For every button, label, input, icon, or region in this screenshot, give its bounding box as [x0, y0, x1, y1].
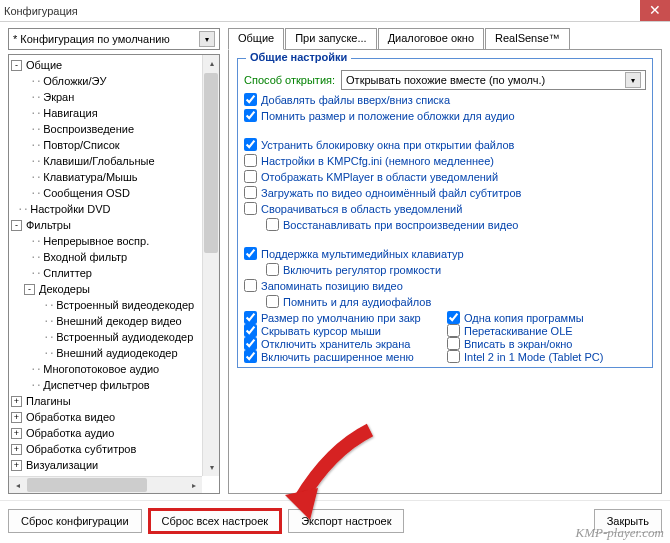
config-selector[interactable]: * Конфигурация по умолчанию ▾ [8, 28, 220, 50]
tree-toggle-icon[interactable]: + [11, 460, 22, 471]
option-label[interactable]: Добавлять файлы вверх/вниз списка [261, 94, 450, 106]
scroll-down-icon[interactable]: ▾ [203, 459, 220, 476]
tree-item[interactable]: ··Экран [11, 89, 217, 105]
tree-item[interactable]: ··Непрерывное воспр. [11, 233, 217, 249]
checkbox[interactable] [447, 324, 460, 337]
option-label[interactable]: Восстанавливать при воспроизведении виде… [283, 219, 518, 231]
option-label[interactable]: Перетаскивание OLE [464, 325, 573, 337]
reset-config-button[interactable]: Сброс конфигурации [8, 509, 142, 533]
tree-item[interactable]: ··Настройки DVD [11, 201, 217, 217]
tree-item[interactable]: +Плагины [11, 393, 217, 409]
open-method-select[interactable]: Открывать похожие вместе (по умолч.) ▾ [341, 70, 646, 90]
checkbox[interactable] [244, 247, 257, 260]
tree-item[interactable]: ··Клавиатура/Мышь [11, 169, 217, 185]
tree-toggle-icon[interactable]: - [11, 220, 22, 231]
tree-item[interactable]: -Общие [11, 57, 217, 73]
tree-item[interactable]: ··Внешний аудиодекодер [11, 345, 217, 361]
checkbox[interactable] [244, 337, 257, 350]
checkbox[interactable] [244, 138, 257, 151]
option-label[interactable]: Включить расширенное меню [261, 351, 414, 363]
checkbox[interactable] [447, 350, 460, 363]
checkbox[interactable] [447, 311, 460, 324]
scroll-thumb-v[interactable] [204, 73, 218, 253]
tree-item[interactable]: ··Клавиши/Глобальные [11, 153, 217, 169]
checkbox[interactable] [244, 279, 257, 292]
tree-item[interactable]: ··Сообщения OSD [11, 185, 217, 201]
option-label[interactable]: Размер по умолчанию при закр [261, 312, 421, 324]
tree-item[interactable]: ··Повтор/Список [11, 137, 217, 153]
tree-toggle-icon[interactable]: - [11, 60, 22, 71]
tab[interactable]: При запуске... [285, 28, 376, 49]
tree[interactable]: -Общие··Обложки/ЭУ··Экран··Навигация··Во… [9, 55, 219, 475]
option-label[interactable]: Вписать в экран/окно [464, 338, 572, 350]
tree-toggle-icon[interactable]: + [11, 412, 22, 423]
checkbox[interactable] [266, 263, 279, 276]
tree-label: Навигация [41, 107, 99, 119]
checkbox[interactable] [447, 337, 460, 350]
checkbox[interactable] [244, 170, 257, 183]
option-label[interactable]: Устранить блокировку окна при открытии ф… [261, 139, 514, 151]
checkbox[interactable] [244, 202, 257, 215]
scroll-thumb-h[interactable] [27, 478, 147, 492]
option-label[interactable]: Запоминать позицию видео [261, 280, 403, 292]
checkbox[interactable] [244, 186, 257, 199]
chevron-down-icon[interactable]: ▾ [625, 72, 641, 88]
reset-all-button[interactable]: Сброс всех настроек [148, 508, 283, 534]
tab[interactable]: Диалоговое окно [378, 28, 484, 49]
tab[interactable]: RealSense™ [485, 28, 570, 49]
scrollbar-horizontal[interactable]: ◂ ▸ [9, 476, 202, 493]
option-label[interactable]: Помнить и для аудиофайлов [283, 296, 431, 308]
checkbox[interactable] [244, 324, 257, 337]
checkbox[interactable] [266, 218, 279, 231]
scroll-right-icon[interactable]: ▸ [185, 477, 202, 494]
tree-label: Диспетчер фильтров [41, 379, 151, 391]
option-label[interactable]: Одна копия программы [464, 312, 584, 324]
option-label[interactable]: Intel 2 in 1 Mode (Tablet PC) [464, 351, 603, 363]
option-label[interactable]: Включить регулятор громкости [283, 264, 441, 276]
checkbox[interactable] [266, 295, 279, 308]
export-settings-button[interactable]: Экспорт настроек [288, 509, 404, 533]
option-row: Добавлять файлы вверх/вниз списка [244, 93, 646, 106]
checkbox[interactable] [244, 93, 257, 106]
tree-item[interactable]: ··Многопотоковое аудио [11, 361, 217, 377]
tree-item[interactable]: ··Диспетчер фильтров [11, 377, 217, 393]
chevron-down-icon[interactable]: ▾ [199, 31, 215, 47]
tab[interactable]: Общие [228, 28, 284, 50]
checkbox[interactable] [244, 109, 257, 122]
tree-item[interactable]: ··Навигация [11, 105, 217, 121]
tree-item[interactable]: ··Встроенный аудиодекодер [11, 329, 217, 345]
tree-item[interactable]: ··Обложки/ЭУ [11, 73, 217, 89]
close-icon[interactable]: ✕ [640, 0, 670, 21]
option-label[interactable]: Загружать по видео одноимённый файл субт… [261, 187, 521, 199]
option-label[interactable]: Отключить хранитель экрана [261, 338, 410, 350]
tree-item[interactable]: ··Воспроизведение [11, 121, 217, 137]
tree-item[interactable]: +Обработка видео [11, 409, 217, 425]
tree-item[interactable]: ··Встроенный видеодекодер [11, 297, 217, 313]
option-label[interactable]: Сворачиваться в область уведомлений [261, 203, 462, 215]
scroll-left-icon[interactable]: ◂ [9, 477, 26, 494]
tree-toggle-icon[interactable]: + [11, 396, 22, 407]
option-label[interactable]: Настройки в KMPCfg.ini (немного медленне… [261, 155, 494, 167]
tree-label: Повтор/Список [41, 139, 121, 151]
tree-item[interactable]: -Декодеры [11, 281, 217, 297]
tree-item[interactable]: -Фильтры [11, 217, 217, 233]
tree-item[interactable]: +Обработка аудио [11, 425, 217, 441]
tree-item[interactable]: ··Внешний декодер видео [11, 313, 217, 329]
option-label[interactable]: Поддержка мультимедийных клавиатур [261, 248, 464, 260]
scroll-up-icon[interactable]: ▴ [203, 55, 220, 72]
checkbox[interactable] [244, 154, 257, 167]
checkbox[interactable] [244, 311, 257, 324]
option-label[interactable]: Скрывать курсор мыши [261, 325, 381, 337]
tree-toggle-icon[interactable]: + [11, 428, 22, 439]
scrollbar-vertical[interactable]: ▴ ▾ [202, 55, 219, 476]
tree-item[interactable]: +Визуализации [11, 457, 217, 473]
tree-item[interactable]: ··Входной фильтр [11, 249, 217, 265]
main-area: * Конфигурация по умолчанию ▾ -Общие··Об… [0, 22, 670, 500]
option-label[interactable]: Помнить размер и положение обложки для а… [261, 110, 515, 122]
tree-toggle-icon[interactable]: - [24, 284, 35, 295]
checkbox[interactable] [244, 350, 257, 363]
option-label[interactable]: Отображать KMPlayer в области уведомлени… [261, 171, 498, 183]
tree-toggle-icon[interactable]: + [11, 444, 22, 455]
tree-item[interactable]: +Обработка субтитров [11, 441, 217, 457]
tree-item[interactable]: ··Сплиттер [11, 265, 217, 281]
